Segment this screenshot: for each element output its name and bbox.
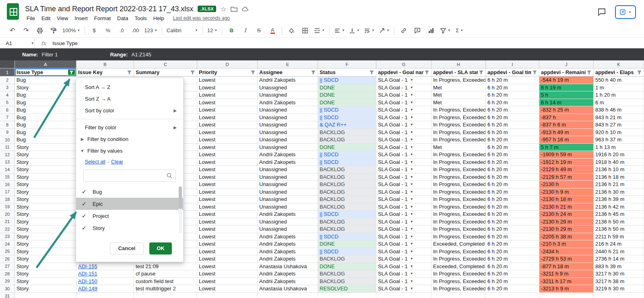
scrollbar-thumb[interactable] [179,186,182,209]
cell-issue-type[interactable]: Story [15,151,76,159]
cell-goal-time[interactable]: 6 h 20 m [486,166,539,174]
cell-issue-key[interactable]: ADI-149 [76,285,134,293]
cell-status[interactable]: DONE [318,263,376,271]
cell-remaining[interactable]: -544 h 19 m [539,77,594,84]
cell-elapsed[interactable]: 550 h 40 m [594,77,644,84]
cell-assignee[interactable]: Andrii Zakopets [258,151,318,159]
cell-goal-time[interactable]: 6 h 20 m [486,159,539,166]
cell-status[interactable]: BACKLOG [318,270,376,278]
filter-value-epic[interactable]: ✓Epic [76,198,183,210]
cell-goal-name[interactable]: SLA Goal - 1▼ [376,218,431,226]
cell-status[interactable]: BACKLOG [318,255,376,263]
filter-icon-F[interactable] [369,70,374,75]
row-header-23[interactable]: 23 [0,233,15,241]
cell-goal-time[interactable]: 6 h 20 m [486,114,539,122]
cell-issue-type[interactable]: Bug [15,129,76,137]
cell-sla-status[interactable]: In Progress, Exceeded [431,226,486,233]
cell-sla-status[interactable]: In Progress, Exceeded [431,136,486,144]
cell-issue-type[interactable]: Story [15,159,76,166]
row-header-28[interactable]: 28 [0,270,15,278]
cell-goal-name[interactable]: SLA Goal - 1▼ [376,84,431,92]
cell-priority[interactable]: Lowest [197,77,258,84]
cell-assignee[interactable]: Anastasia Ushakova [258,263,318,271]
header-cell-E[interactable]: Assignee [258,68,318,77]
cell-status[interactable]: BACKLOG [318,278,376,286]
vertical-align-icon[interactable]: ▼ [347,25,362,36]
cell-elapsed[interactable]: 3217 h 30 m [594,270,644,278]
cell-sla-status[interactable]: In Progress, Exceeded [431,106,486,114]
cell-priority[interactable]: Lowest [197,211,258,218]
cell-goal-time[interactable]: 6 h 20 m [486,285,539,293]
insert-link-icon[interactable] [397,25,411,36]
cell-elapsed[interactable]: 3217 h 38 m [594,278,644,286]
row-header-1[interactable]: 1 [0,68,15,77]
cell-sla-status[interactable]: In Progress, Exceeded [431,196,486,203]
cell-sla-status[interactable]: Exceeded, Completed [431,240,486,248]
row-header-31[interactable]: 31 [0,293,15,298]
cell-goal-name[interactable]: SLA Goal - 1▼ [376,99,431,107]
cell-status[interactable]: BACKLOG [318,129,376,137]
cell-priority[interactable]: Lowest [197,174,258,181]
filter-name-value[interactable]: Filter 1 [42,52,58,58]
italic-button[interactable]: I [238,25,252,36]
cell-goal-time[interactable]: 6 h 20 m [486,263,539,271]
cell-elapsed[interactable]: 216 h 24 m [594,240,644,248]
cell-remaining[interactable]: -2205 h 38 m [539,233,594,241]
cell-elapsed[interactable]: 963 h 37 m [594,136,644,144]
filter-value-story[interactable]: ✓Story [76,222,183,234]
document-title[interactable]: SLA Time and Report Report 2022-03-21 17… [25,5,193,13]
cell-remaining[interactable]: -2130 h 29 m [539,226,594,233]
name-box[interactable]: A1 ▼ [0,38,35,48]
cell-status[interactable]: DONE [318,144,376,151]
cell-issue-type[interactable]: Bug [15,106,76,114]
cell-assignee[interactable]: Unassigned [258,129,318,137]
cell-priority[interactable]: Lowest [197,121,258,129]
cell-elapsed[interactable]: 920 h 10 m [594,129,644,137]
header-cell-A[interactable]: Issue Type [15,68,76,77]
row-header-21[interactable]: 21 [0,218,15,226]
cell-priority[interactable]: Lowest [197,114,258,122]
column-header-A[interactable]: A [15,60,76,68]
row-header-11[interactable]: 11 [0,144,15,151]
cell-sla-status[interactable]: In Progress, Exceeded [431,166,486,174]
cell-issue-type[interactable]: Story [15,181,76,188]
cell-remaining[interactable]: -2129 h 49 m [539,166,594,174]
cell-status[interactable]: BACKLOG [318,136,376,144]
cell-issue-type[interactable]: Story [15,248,76,256]
row-header-18[interactable]: 18 [0,196,15,203]
cell-assignee[interactable]: Andrii Zakopets [258,248,318,256]
filter-icon-D[interactable] [250,70,256,75]
menu-view[interactable]: View [54,15,71,21]
menu-help[interactable]: Help [150,15,167,21]
increase-decimal-icon[interactable]: .00 [128,25,142,36]
cell-remaining[interactable]: -1912 h 19 m [539,159,594,166]
cell-goal-name[interactable]: SLA Goal - 1▼ [376,181,431,188]
cell-remaining[interactable]: -2130 h [539,181,594,188]
cell-priority[interactable]: Lowest [197,285,258,293]
cell-elapsed[interactable]: 2136 h 10 m [594,166,644,174]
cell-goal-time[interactable]: 6 h 20 m [486,106,539,114]
filter-icon-K[interactable] [637,70,642,75]
cell-priority[interactable]: Lowest [197,203,258,211]
cell-status[interactable]: BACKLOG [318,166,376,174]
cell-assignee[interactable]: Andrii Zakopets [258,240,318,248]
cell-sla-status[interactable]: Exceeded, Completed [431,263,486,271]
cell-remaining[interactable]: 6 h 14 m [539,99,594,107]
cell-assignee[interactable]: Unassigned [258,181,318,188]
cell-remaining[interactable]: -2434 h [539,248,594,256]
row-header-6[interactable]: 6 [0,106,15,114]
header-cell-G[interactable]: appdevi - Goal nam [376,68,431,77]
cell-issue-type[interactable]: Story [15,188,76,196]
cell-issue-type[interactable]: Bug [15,99,76,107]
cell-priority[interactable]: Lowest [197,159,258,166]
cell-assignee[interactable]: Unassigned [258,203,318,211]
cell-sla-status[interactable]: In Progress, Exceeded [431,159,486,166]
cell-assignee[interactable]: Unassigned [258,136,318,144]
menu-data[interactable]: Data [114,15,131,21]
cell-goal-name[interactable]: SLA Goal - 1▼ [376,226,431,233]
strikethrough-button[interactable]: S [252,25,266,36]
cell-elapsed[interactable]: 2736 h 14 m [594,255,644,263]
row-header-20[interactable]: 20 [0,211,15,218]
fill-color-icon[interactable] [285,25,298,36]
cell-remaining[interactable]: -2130 h 9 m [539,188,594,196]
